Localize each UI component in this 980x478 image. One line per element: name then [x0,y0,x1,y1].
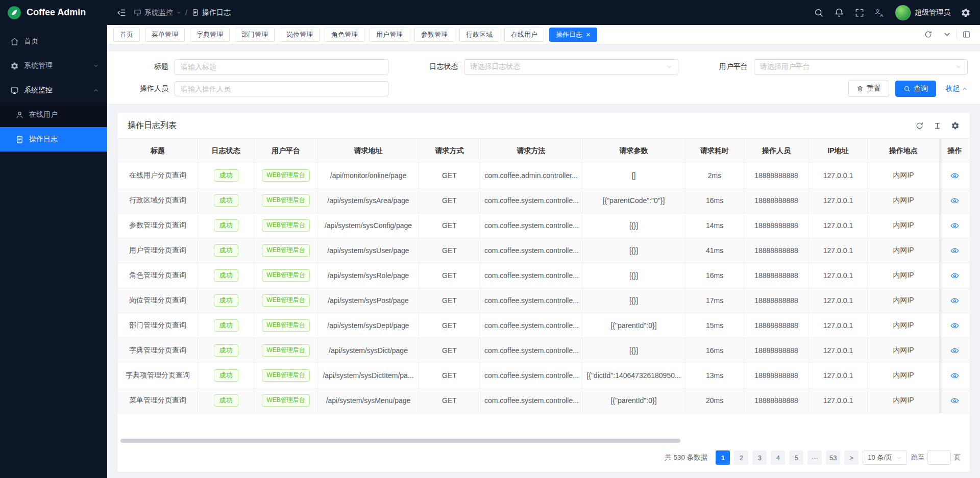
page-jump-input[interactable] [927,450,951,465]
view-detail-eye-icon[interactable] [950,346,959,355]
sidebar-item-system-monitor[interactable]: 系统监控 [0,78,107,103]
status-badge: 成功 [214,294,238,307]
title-input[interactable] [181,63,382,71]
cell-location: 内网IP [893,171,914,179]
table-size-icon[interactable] [933,121,942,130]
page-button-2[interactable]: 2 [734,450,748,465]
settings-gear-icon[interactable] [961,8,971,18]
user-menu[interactable]: 超级管理员 [895,5,950,20]
tab-在线用户[interactable]: 在线用户 [504,28,544,42]
sidebar-item-system-management[interactable]: 系统管理 [0,54,107,78]
logo[interactable]: Coffee Admin [0,0,107,25]
chevron-down-icon [896,455,902,461]
table-row: 岗位管理分页查询 成功 WEB管理后台 /api/system/sysPost/… [118,288,970,313]
cell-request-params: [{}] [629,296,638,305]
cell-ip: 127.0.0.1 [823,271,853,280]
cell-operator: 18888888888 [754,221,798,230]
menu-fold-icon[interactable] [116,8,127,18]
filter-field-platform: 用户平台 请选择用户平台 [699,59,968,74]
page-next-button[interactable]: > [844,450,859,465]
view-detail-eye-icon[interactable] [950,321,959,330]
tab-操作日志[interactable]: 操作日志× [549,28,597,42]
platform-select[interactable]: 请选择用户平台 [754,59,968,74]
platform-badge: WEB管理后台 [262,194,309,207]
breadcrumb-current: 操作日志 [191,8,231,17]
page-button-53[interactable]: 53 [826,450,840,465]
page-size-select[interactable]: 10 条/页 [863,450,907,465]
table-row: 参数管理分页查询 成功 WEB管理后台 /api/system/sysConfi… [118,213,970,238]
view-detail-eye-icon[interactable] [950,221,959,230]
breadcrumb-parent[interactable]: 系统监控 [134,8,181,17]
horizontal-scrollbar[interactable] [119,438,968,443]
avatar[interactable] [895,5,911,20]
sidebar-item-label: 首页 [24,37,38,46]
tab-参数管理[interactable]: 参数管理 [414,28,454,42]
page-button-3[interactable]: 3 [752,450,767,465]
page-button-5[interactable]: 5 [789,450,803,465]
col-header-operator: 操作人员 [744,139,809,163]
content: 标题 日志状态 请选择日志状态 用户平台 [107,44,980,478]
tab-字典管理[interactable]: 字典管理 [190,28,230,42]
tab-close-icon[interactable]: × [586,31,591,38]
view-detail-eye-icon[interactable] [950,171,959,180]
platform-badge: WEB管理后台 [262,169,309,182]
notification-bell-icon[interactable] [834,8,844,18]
search-icon[interactable] [814,8,824,18]
status-badge: 成功 [214,319,238,332]
page-button-4[interactable]: 4 [771,450,785,465]
reset-button[interactable]: 重置 [848,81,889,97]
view-detail-eye-icon[interactable] [950,371,959,380]
view-detail-eye-icon[interactable] [950,246,959,255]
cell-request-handler: com.coffee.system.controlle... [484,296,579,305]
scrollbar-thumb[interactable] [120,439,680,443]
page-button-1[interactable]: 1 [716,450,730,465]
layout-setting-icon[interactable] [957,30,971,39]
col-header-ip: IP地址 [809,139,868,163]
tab-首页[interactable]: 首页 [113,28,140,42]
platform-badge: WEB管理后台 [262,344,309,357]
pagination: 共 530 条数据 12345···53> 10 条/页 跳至 页 [117,446,970,472]
sidebar-item-home[interactable]: 首页 [0,29,107,54]
tab-行政区域[interactable]: 行政区域 [459,28,499,42]
col-header-duration: 请求耗时 [685,139,744,163]
status-select-placeholder: 请选择日志状态 [470,62,666,71]
tab-menu-chevron-icon[interactable] [943,30,951,39]
cell-duration: 17ms [706,296,723,305]
cell-request-handler: com.coffee.system.controlle... [484,346,579,355]
fullscreen-icon[interactable] [854,8,865,18]
cell-request-params: [{}] [629,246,638,255]
collapse-toggle[interactable]: 收起 [945,84,968,93]
sidebar-item-operation-log[interactable]: 操作日志 [0,127,107,152]
cell-request-params: [{"parentId":0}] [610,396,656,405]
operator-input[interactable] [181,85,382,93]
cell-location: 内网IP [893,396,914,404]
col-header-action: 操作 [940,139,970,163]
view-detail-eye-icon[interactable] [950,296,959,305]
breadcrumb: 系统监控 / 操作日志 [134,8,231,17]
sidebar-item-online-users[interactable]: 在线用户 [0,103,107,127]
status-select[interactable]: 请选择日志状态 [464,59,678,74]
view-detail-eye-icon[interactable] [950,196,959,205]
brand-logo-icon [7,6,21,20]
tab-菜单管理[interactable]: 菜单管理 [145,28,185,42]
table-row: 部门管理分页查询 成功 WEB管理后台 /api/system/sysDept/… [118,313,970,338]
tab-角色管理[interactable]: 角色管理 [325,28,364,42]
tab-部门管理[interactable]: 部门管理 [235,28,275,42]
column-settings-gear-icon[interactable] [951,121,960,130]
view-detail-eye-icon[interactable] [950,271,959,280]
user-name: 超级管理员 [915,8,950,17]
pagination-total: 共 530 条数据 [665,453,707,462]
breadcrumb-separator: / [185,9,187,17]
tab-用户管理[interactable]: 用户管理 [370,28,409,42]
page-more-button[interactable]: ··· [807,450,822,465]
view-detail-eye-icon[interactable] [950,396,959,405]
tab-list: 首页菜单管理字典管理部门管理岗位管理角色管理用户管理参数管理行政区域在线用户操作… [113,28,919,42]
translate-icon[interactable] [875,8,885,18]
refresh-tab-icon[interactable] [924,30,933,39]
refresh-table-icon[interactable] [915,121,924,130]
cell-request-method: GET [442,246,457,255]
query-button[interactable]: 查询 [895,81,936,97]
tab-岗位管理[interactable]: 岗位管理 [280,28,320,42]
cell-request-handler: com.coffee.admin.controller... [484,171,578,180]
chevron-down-icon [176,10,181,15]
